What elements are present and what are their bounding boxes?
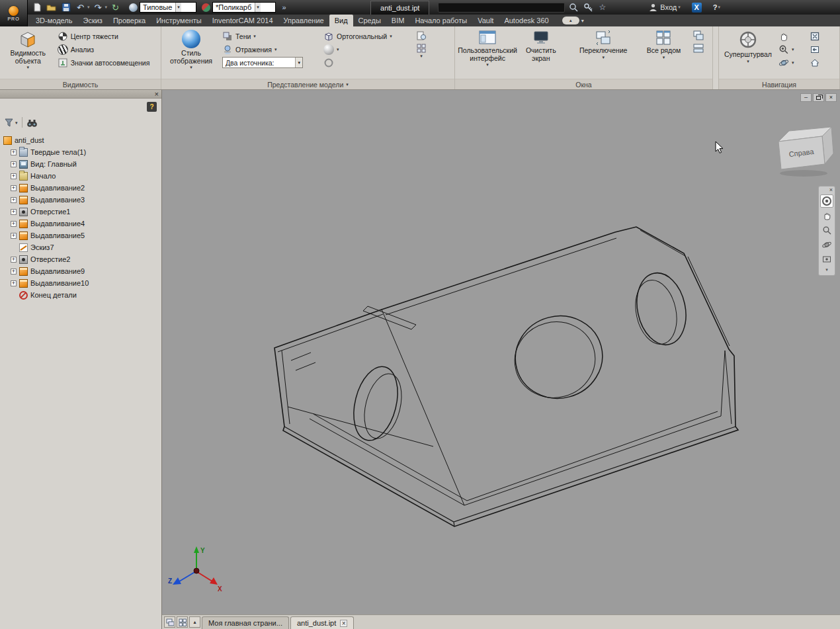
home-page-tab[interactable]: Моя главная страни... bbox=[202, 616, 289, 629]
previous-view-button[interactable] bbox=[808, 43, 831, 56]
navbar-look-at-icon[interactable] bbox=[820, 253, 833, 266]
navbar-orbit-icon[interactable] bbox=[820, 238, 833, 251]
cascade-windows-button[interactable] bbox=[693, 30, 704, 42]
expander-icon[interactable]: + bbox=[11, 233, 17, 239]
lighting-style-select[interactable]: Два источника: ▾ bbox=[222, 57, 303, 68]
find-binoculars-icon[interactable] bbox=[26, 118, 38, 128]
navbar-pan-icon[interactable] bbox=[820, 209, 833, 222]
favorites-star-icon[interactable]: ☆ bbox=[596, 2, 609, 13]
graphics-viewport[interactable]: – × Справа × bbox=[162, 90, 840, 614]
tree-item-solid-bodies[interactable]: + Твердые тела(1) bbox=[0, 146, 161, 158]
clean-screen-button[interactable]: Очистить экран bbox=[522, 28, 560, 79]
material-sphere-icon[interactable] bbox=[129, 3, 138, 12]
appearance-sphere-icon[interactable] bbox=[202, 3, 210, 12]
expander-icon[interactable]: + bbox=[11, 149, 17, 155]
tree-item-extrusion9[interactable]: + Выдавливание9 bbox=[0, 265, 161, 277]
tree-item-extrusion4[interactable]: + Выдавливание4 bbox=[0, 218, 161, 230]
tab-vault[interactable]: Vault bbox=[472, 15, 499, 26]
panel-caption-model-view[interactable]: Представление модели ▾ bbox=[161, 79, 454, 89]
search-input[interactable] bbox=[438, 3, 565, 13]
panel-caption-visibility[interactable]: Видимость bbox=[0, 79, 161, 89]
tile-all-button[interactable]: Все рядом ▾ bbox=[644, 28, 683, 79]
filter-icon[interactable]: ▾ bbox=[4, 118, 18, 128]
shadows-button[interactable]: Тени ▾ bbox=[221, 30, 320, 42]
tab-close-icon[interactable]: × bbox=[340, 620, 347, 627]
tab-view[interactable]: Вид bbox=[329, 15, 353, 26]
appearance-select[interactable]: *Поликарб ▾ bbox=[212, 2, 276, 13]
expander-icon[interactable]: + bbox=[11, 280, 17, 286]
tree-item-view-main[interactable]: + Вид: Главный bbox=[0, 158, 161, 170]
arrange-windows-button[interactable] bbox=[693, 42, 704, 54]
tab-autodesk360[interactable]: Autodesk 360 bbox=[499, 15, 554, 26]
tab-inventorcam[interactable]: InventorCAM 2014 bbox=[207, 15, 278, 26]
exchange-apps-icon[interactable]: X bbox=[692, 3, 702, 13]
browser-close-icon[interactable]: × bbox=[155, 91, 159, 97]
window-close-button[interactable]: × bbox=[825, 93, 837, 102]
autoconstraint-icons-button[interactable]: Значки автосовмещения bbox=[56, 56, 159, 69]
panel-caption-navigation[interactable]: Навигация bbox=[719, 79, 839, 89]
redo-button[interactable]: ↷ bbox=[92, 1, 105, 13]
expander-icon[interactable]: + bbox=[11, 197, 17, 203]
ribbon-collapse-control[interactable]: ▴ ▾ bbox=[562, 17, 584, 24]
full-screen-button[interactable] bbox=[808, 30, 831, 42]
tree-item-end-of-part[interactable]: Конец детали bbox=[0, 289, 161, 301]
expander-icon[interactable]: + bbox=[11, 221, 17, 227]
expander-icon[interactable]: + bbox=[11, 269, 17, 274]
new-file-button[interactable] bbox=[30, 1, 43, 13]
browser-tile-toggle[interactable] bbox=[177, 616, 188, 628]
tabbar-collapse-button[interactable]: ▴ bbox=[189, 616, 200, 628]
expander-icon[interactable]: + bbox=[11, 173, 17, 179]
browser-help-icon[interactable]: ? bbox=[147, 102, 157, 112]
ground-plane-button[interactable] bbox=[322, 56, 407, 69]
material-select[interactable]: Типовые ▾ bbox=[140, 2, 196, 13]
redo-caret-icon[interactable]: ▾ bbox=[105, 5, 108, 10]
view-capture-button[interactable] bbox=[416, 30, 427, 42]
tree-item-extrusion5[interactable]: + Выдавливание5 bbox=[0, 230, 161, 241]
expander-icon[interactable]: + bbox=[11, 257, 17, 263]
tree-item-sketch7[interactable]: Эскиз7 bbox=[0, 241, 161, 253]
tree-item-root[interactable]: anti_dust bbox=[0, 134, 161, 146]
full-navigation-wheel-icon[interactable] bbox=[820, 194, 833, 208]
tab-sketch[interactable]: Эскиз bbox=[77, 15, 107, 26]
signin-button[interactable]: Вход ▾ bbox=[649, 3, 680, 12]
tab-tools[interactable]: Инструменты bbox=[151, 15, 207, 26]
expander-icon[interactable]: + bbox=[11, 185, 17, 191]
reflections-button[interactable]: Отражения ▾ bbox=[221, 43, 320, 56]
document-tab[interactable]: anti_dust.ipt × bbox=[290, 616, 354, 629]
tab-3d-model[interactable]: 3D-модель bbox=[30, 15, 77, 26]
steering-wheels-button[interactable]: Суперштурвал ▾ bbox=[721, 28, 775, 79]
update-button[interactable]: ↻ bbox=[109, 1, 122, 13]
undo-button[interactable]: ↶ bbox=[74, 1, 87, 13]
tab-manage[interactable]: Управление bbox=[278, 15, 329, 26]
document-title-tab[interactable]: anti_dust.ipt bbox=[370, 1, 429, 15]
center-of-gravity-button[interactable]: Центр тяжести bbox=[56, 30, 159, 42]
viewport-layout-button[interactable]: ▾ bbox=[416, 42, 427, 59]
application-menu-button[interactable]: PRO bbox=[0, 0, 28, 26]
window-minimize-button[interactable]: – bbox=[800, 93, 812, 102]
navbar-more-caret-icon[interactable]: ▾ bbox=[819, 267, 835, 273]
panel-caption-windows[interactable]: Окна bbox=[455, 79, 712, 89]
analysis-button[interactable]: Анализ bbox=[56, 43, 159, 56]
tab-get-started[interactable]: Начало работы bbox=[409, 15, 472, 26]
key-icon[interactable] bbox=[581, 2, 594, 13]
tree-item-hole2[interactable]: + Отверстие2 bbox=[0, 253, 161, 265]
model-wireframe[interactable] bbox=[162, 90, 840, 614]
tree-item-extrusion3[interactable]: + Выдавливание3 bbox=[0, 194, 161, 206]
expander-icon[interactable]: + bbox=[11, 209, 17, 215]
object-visibility-button[interactable]: Видимость объекта ▾ bbox=[2, 28, 54, 79]
orbit-button[interactable]: ▾ bbox=[777, 56, 806, 69]
tree-item-hole1[interactable]: + Отверстие1 bbox=[0, 206, 161, 218]
navbar-close-icon[interactable]: × bbox=[819, 187, 835, 193]
window-restore-button[interactable] bbox=[813, 93, 824, 102]
expander-icon[interactable]: + bbox=[11, 161, 17, 167]
tab-bim[interactable]: BIM bbox=[386, 15, 410, 26]
tree-item-origin[interactable]: + Начало bbox=[0, 170, 161, 182]
display-style-button[interactable]: Стиль отображения ▾ bbox=[163, 28, 219, 79]
tab-environments[interactable]: Среды bbox=[353, 15, 386, 26]
user-interface-button[interactable]: Пользовательский интерфейс ▾ bbox=[457, 28, 518, 79]
navbar-zoom-icon[interactable] bbox=[820, 224, 833, 237]
tree-item-extrusion10[interactable]: + Выдавливание10 bbox=[0, 277, 161, 289]
orthographic-button[interactable]: Ортогональный ▾ bbox=[322, 30, 407, 42]
search-icon[interactable] bbox=[567, 2, 579, 13]
save-button[interactable] bbox=[60, 1, 72, 13]
